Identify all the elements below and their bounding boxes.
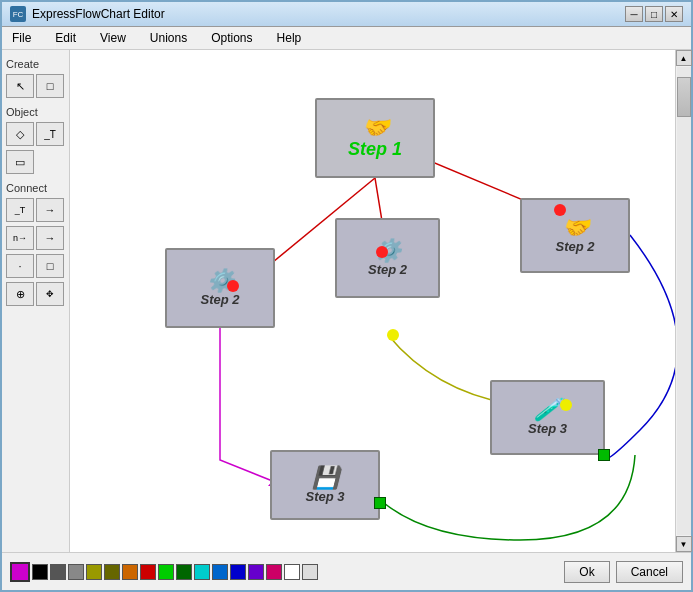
color-swatch-black[interactable] <box>32 564 48 580</box>
color-swatch-selected[interactable] <box>10 562 30 582</box>
color-swatch-olive2[interactable] <box>104 564 120 580</box>
step2-mid-label: Step 2 <box>368 262 407 277</box>
dot-yellow-2 <box>560 399 572 411</box>
dot-yellow-1 <box>387 329 399 341</box>
color-swatch-lightgray[interactable] <box>302 564 318 580</box>
color-swatch-pink[interactable] <box>266 564 282 580</box>
step2-tr-icon: 🤝 <box>562 217 589 239</box>
close-button[interactable]: ✕ <box>665 6 683 22</box>
step1-label: Step 1 <box>348 139 402 160</box>
tool-frame[interactable]: ▭ <box>6 150 34 174</box>
menu-bar: File Edit View Unions Options Help <box>2 27 691 50</box>
maximize-button[interactable]: □ <box>645 6 663 22</box>
menu-edit[interactable]: Edit <box>49 29 82 47</box>
color-swatch-purple[interactable] <box>248 564 264 580</box>
canvas[interactable]: 🤝 Step 1 🤝 Step 2 ⚙️ Step 2 ⚙️ Step 2 🧪 <box>70 50 675 552</box>
color-swatch-orange[interactable] <box>122 564 138 580</box>
menu-help[interactable]: Help <box>271 29 308 47</box>
tool-rect[interactable]: □ <box>36 74 64 98</box>
dot-red-1 <box>227 280 239 292</box>
step1-icon: 🤝 <box>362 117 389 139</box>
app-icon: FC <box>10 6 26 22</box>
tool-connect-rect2[interactable]: □ <box>36 254 64 278</box>
bottom-buttons: Ok Cancel <box>564 561 683 583</box>
step2-tr-label: Step 2 <box>555 239 594 254</box>
tool-text[interactable]: _T <box>36 122 64 146</box>
tool-connect-line[interactable]: _T <box>6 198 34 222</box>
color-swatch-red[interactable] <box>140 564 156 580</box>
color-swatch-gray2[interactable] <box>68 564 84 580</box>
scroll-up-btn[interactable]: ▲ <box>676 50 692 66</box>
step3-bottom-icon: 💾 <box>312 467 339 489</box>
dot-red-3 <box>554 204 566 216</box>
menu-file[interactable]: File <box>6 29 37 47</box>
minimize-button[interactable]: ─ <box>625 6 643 22</box>
step3-right-label: Step 3 <box>528 421 567 436</box>
connect-label: Connect <box>6 182 65 194</box>
node-step3-bottom[interactable]: 💾 Step 3 <box>270 450 380 520</box>
tool-connect-dot2[interactable]: → <box>36 226 64 250</box>
ok-button[interactable]: Ok <box>564 561 609 583</box>
bottom-bar: Ok Cancel <box>2 552 691 590</box>
color-swatch-cyan[interactable] <box>194 564 210 580</box>
create-label: Create <box>6 58 65 70</box>
menu-options[interactable]: Options <box>205 29 258 47</box>
tool-zoom-out[interactable]: ✥ <box>36 282 64 306</box>
scroll-thumb[interactable] <box>677 77 691 117</box>
step3-right-icon: 🧪 <box>534 399 561 421</box>
scrollbar-vertical[interactable]: ▲ ▼ <box>675 50 691 552</box>
color-swatch-white[interactable] <box>284 564 300 580</box>
color-palette <box>10 562 318 582</box>
menu-view[interactable]: View <box>94 29 132 47</box>
tool-diamond[interactable]: ◇ <box>6 122 34 146</box>
color-swatch-gray1[interactable] <box>50 564 66 580</box>
tool-zoom-in[interactable]: ⊕ <box>6 282 34 306</box>
scroll-track[interactable] <box>677 67 691 535</box>
color-swatch-olive1[interactable] <box>86 564 102 580</box>
green-square-2 <box>598 449 610 461</box>
tool-connect-dash[interactable]: n→ <box>6 226 34 250</box>
tool-select[interactable]: ↖ <box>6 74 34 98</box>
app-window: FC ExpressFlowChart Editor ─ □ ✕ File Ed… <box>0 0 693 592</box>
node-step3-right[interactable]: 🧪 Step 3 <box>490 380 605 455</box>
menu-unions[interactable]: Unions <box>144 29 193 47</box>
step2-left-label: Step 2 <box>200 292 239 307</box>
tool-connect-arrow[interactable]: → <box>36 198 64 222</box>
step3-bottom-label: Step 3 <box>305 489 344 504</box>
scroll-down-btn[interactable]: ▼ <box>676 536 692 552</box>
color-swatch-green2[interactable] <box>176 564 192 580</box>
app-body: Create ↖ □ Object ◇ _T ▭ Connect _T → n→… <box>2 50 691 552</box>
color-swatch-blue[interactable] <box>230 564 246 580</box>
window-title: ExpressFlowChart Editor <box>32 7 165 21</box>
object-label: Object <box>6 106 65 118</box>
cancel-button[interactable]: Cancel <box>616 561 683 583</box>
color-swatch-lightblue[interactable] <box>212 564 228 580</box>
green-square-1 <box>374 497 386 509</box>
node-step1[interactable]: 🤝 Step 1 <box>315 98 435 178</box>
node-step2-tr[interactable]: 🤝 Step 2 <box>520 198 630 273</box>
tool-connect-dot3[interactable]: · <box>6 254 34 278</box>
title-bar: FC ExpressFlowChart Editor ─ □ ✕ <box>2 2 691 27</box>
dot-red-2 <box>376 246 388 258</box>
color-swatch-green1[interactable] <box>158 564 174 580</box>
left-panel: Create ↖ □ Object ◇ _T ▭ Connect _T → n→… <box>2 50 70 552</box>
node-step2-left[interactable]: ⚙️ Step 2 <box>165 248 275 328</box>
node-step2-mid[interactable]: ⚙️ Step 2 <box>335 218 440 298</box>
window-controls: ─ □ ✕ <box>625 6 683 22</box>
